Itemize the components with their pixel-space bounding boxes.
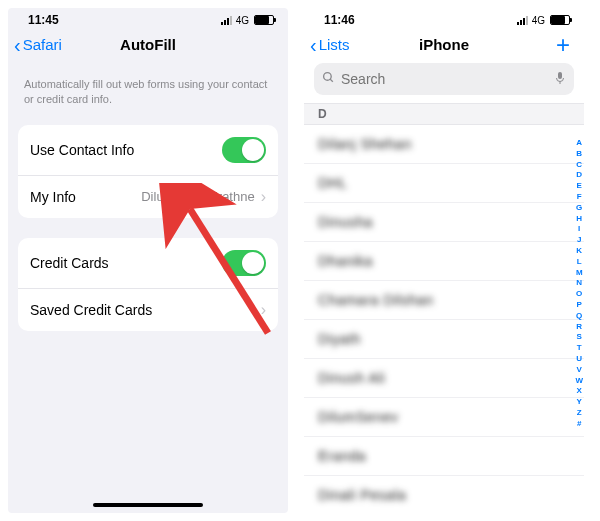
chevron-left-icon: ‹ (14, 38, 21, 52)
contact-name: Diyath (318, 331, 361, 347)
status-right: 4G (517, 15, 570, 26)
index-letter[interactable]: K (576, 246, 582, 257)
cell-my-info[interactable]: My Info Dilum Senevirathne › (18, 175, 278, 218)
cell-label: Credit Cards (30, 255, 109, 271)
signal-icon (221, 15, 232, 25)
index-letter[interactable]: C (576, 160, 582, 171)
index-letter[interactable]: L (577, 257, 582, 268)
index-letter[interactable]: R (576, 322, 582, 333)
cell-saved-credit-cards[interactable]: Saved Credit Cards › (18, 288, 278, 331)
contact-name: Chamara Dilshan (318, 292, 434, 308)
add-contact-button[interactable]: + (556, 37, 574, 53)
network-label: 4G (236, 15, 249, 26)
section-hint: Automatically fill out web forms using y… (8, 63, 288, 125)
index-letter[interactable]: V (577, 365, 582, 376)
search-icon (322, 71, 335, 87)
index-letter[interactable]: S (577, 332, 582, 343)
index-letter[interactable]: Q (576, 311, 582, 322)
svg-line-2 (330, 79, 333, 82)
search-wrap (304, 63, 584, 103)
my-info-value: Dilum Senevirathne (141, 189, 254, 204)
index-letter[interactable]: H (576, 214, 582, 225)
contact-name: Dinusha (318, 214, 373, 230)
signal-icon (517, 15, 528, 25)
index-letter[interactable]: P (577, 300, 582, 311)
back-button[interactable]: ‹ Safari (14, 36, 62, 53)
search-input[interactable] (341, 71, 548, 87)
contact-row[interactable]: DHL (304, 164, 584, 203)
index-letter[interactable]: # (577, 419, 581, 430)
section-header: D (304, 103, 584, 125)
contact-name: DilumSenev (318, 409, 398, 425)
index-letter[interactable]: N (576, 278, 582, 289)
nav-bar: ‹ Lists iPhone + (304, 28, 584, 63)
index-letter[interactable]: Y (577, 397, 582, 408)
index-letter[interactable]: I (578, 224, 580, 235)
index-letter[interactable]: W (575, 376, 583, 387)
cell-label: My Info (30, 189, 76, 205)
index-letter[interactable]: F (577, 192, 582, 203)
index-letter[interactable]: Z (577, 408, 582, 419)
status-bar: 11:45 4G (8, 8, 288, 28)
contact-row[interactable]: Diyath (304, 320, 584, 359)
index-letter[interactable]: A (576, 138, 582, 149)
chevron-right-icon: › (261, 301, 266, 319)
contact-list[interactable]: Dilanj ShehanDHLDinushaDhanikaChamara Di… (304, 125, 584, 513)
contact-name: Dilanj Shehan (318, 136, 412, 152)
group-credit-cards: Credit Cards Saved Credit Cards › (18, 238, 278, 331)
contact-name: Eranda (318, 448, 366, 464)
chevron-left-icon: ‹ (310, 38, 317, 52)
cell-credit-cards[interactable]: Credit Cards (18, 238, 278, 288)
toggle-credit-cards[interactable] (222, 250, 266, 276)
back-label: Lists (319, 36, 350, 53)
mic-icon[interactable] (554, 71, 566, 88)
group-contact-info: Use Contact Info My Info Dilum Senevirat… (18, 125, 278, 218)
contact-row[interactable]: Dilanj Shehan (304, 125, 584, 164)
cell-label: Use Contact Info (30, 142, 134, 158)
index-letter[interactable]: D (576, 170, 582, 181)
index-letter[interactable]: J (577, 235, 581, 246)
index-letter[interactable]: O (576, 289, 582, 300)
svg-rect-3 (558, 72, 562, 79)
phone-contacts: 11:46 4G ‹ Lists iPhone + (304, 8, 584, 513)
index-letter[interactable]: T (577, 343, 582, 354)
contact-row[interactable]: DilumSenev (304, 398, 584, 437)
phone-autofill-settings: 11:45 4G ‹ Safari AutoFill Automatically… (8, 8, 288, 513)
nav-bar: ‹ Safari AutoFill (8, 28, 288, 63)
contact-row[interactable]: Dinali Pesala (304, 476, 584, 513)
back-button[interactable]: ‹ Lists (310, 36, 350, 53)
status-time: 11:45 (28, 13, 59, 27)
index-letter[interactable]: X (577, 386, 582, 397)
index-letter[interactable]: M (576, 268, 583, 279)
index-letter[interactable]: B (576, 149, 582, 160)
battery-icon (550, 15, 570, 25)
section-index[interactable]: ABCDEFGHIJKLMNOPQRSTUVWXYZ# (575, 138, 583, 430)
cell-use-contact-info[interactable]: Use Contact Info (18, 125, 278, 175)
contact-name: Dinush Ali (318, 370, 385, 386)
chevron-right-icon: › (261, 188, 266, 206)
home-indicator[interactable] (93, 503, 203, 507)
contact-row[interactable]: Dhanika (304, 242, 584, 281)
contact-row[interactable]: Chamara Dilshan (304, 281, 584, 320)
contact-row[interactable]: Eranda (304, 437, 584, 476)
index-letter[interactable]: U (576, 354, 582, 365)
contact-row[interactable]: Dinusha (304, 203, 584, 242)
status-time: 11:46 (324, 13, 355, 27)
status-right: 4G (221, 15, 274, 26)
search-bar[interactable] (314, 63, 574, 95)
index-letter[interactable]: G (576, 203, 582, 214)
contact-name: Dinali Pesala (318, 487, 406, 503)
contact-row[interactable]: Dinush Ali (304, 359, 584, 398)
status-bar: 11:46 4G (304, 8, 584, 28)
index-letter[interactable]: E (577, 181, 582, 192)
network-label: 4G (532, 15, 545, 26)
back-label: Safari (23, 36, 62, 53)
svg-point-1 (324, 73, 332, 81)
battery-icon (254, 15, 274, 25)
contact-name: DHL (318, 175, 348, 191)
cell-label: Saved Credit Cards (30, 302, 152, 318)
contact-name: Dhanika (318, 253, 373, 269)
toggle-use-contact-info[interactable] (222, 137, 266, 163)
